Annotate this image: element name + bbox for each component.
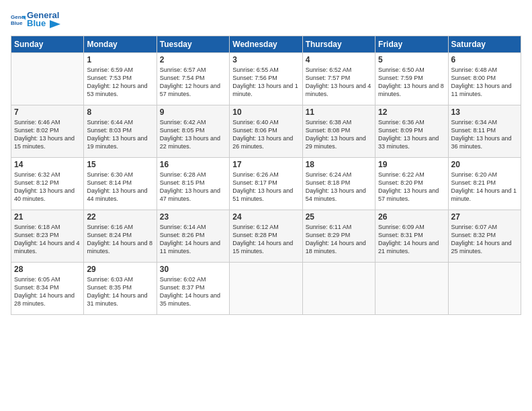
day-info: Sunrise: 6:36 AMSunset: 8:09 PMDaylight:… — [378, 118, 445, 151]
day-info: Sunrise: 6:55 AMSunset: 7:56 PMDaylight:… — [232, 66, 299, 99]
calendar-cell — [448, 262, 521, 314]
logo-flag-icon — [50, 20, 60, 28]
day-info: Sunrise: 6:20 AMSunset: 8:21 PMDaylight:… — [451, 171, 518, 203]
calendar-cell: 28Sunrise: 6:05 AMSunset: 8:34 PMDayligh… — [11, 262, 84, 314]
day-info: Sunrise: 6:18 AMSunset: 8:23 PMDaylight:… — [14, 223, 81, 256]
calendar-week-2: 7Sunrise: 6:46 AMSunset: 8:02 PMDaylight… — [11, 105, 521, 157]
day-header-monday: Monday — [84, 36, 157, 52]
day-number: 11 — [306, 107, 372, 117]
day-info: Sunrise: 6:40 AMSunset: 8:06 PMDaylight:… — [232, 118, 299, 151]
day-info: Sunrise: 6:30 AMSunset: 8:14 PMDaylight:… — [87, 171, 153, 203]
day-number: 25 — [306, 212, 372, 222]
logo-icon: General Blue — [11, 12, 26, 27]
day-header-thursday: Thursday — [302, 36, 375, 52]
day-info: Sunrise: 6:05 AMSunset: 8:34 PMDaylight:… — [14, 275, 81, 308]
day-info: Sunrise: 6:28 AMSunset: 8:15 PMDaylight:… — [160, 171, 226, 203]
day-number: 26 — [378, 212, 445, 222]
calendar-header-row: SundayMondayTuesdayWednesdayThursdayFrid… — [11, 36, 521, 52]
calendar-cell: 26Sunrise: 6:09 AMSunset: 8:31 PMDayligh… — [375, 210, 448, 262]
calendar-cell: 6Sunrise: 6:48 AMSunset: 8:00 PMDaylight… — [448, 52, 521, 105]
calendar-cell: 4Sunrise: 6:52 AMSunset: 7:57 PMDaylight… — [302, 52, 375, 105]
day-number: 28 — [14, 265, 81, 274]
calendar-body: 1Sunrise: 6:59 AMSunset: 7:53 PMDaylight… — [11, 52, 521, 314]
calendar-cell: 17Sunrise: 6:26 AMSunset: 8:17 PMDayligh… — [230, 157, 302, 210]
day-number: 10 — [232, 107, 299, 117]
day-header-tuesday: Tuesday — [157, 36, 229, 52]
calendar-cell: 15Sunrise: 6:30 AMSunset: 8:14 PMDayligh… — [84, 157, 157, 210]
day-info: Sunrise: 6:02 AMSunset: 8:37 PMDaylight:… — [160, 275, 226, 308]
day-info: Sunrise: 6:46 AMSunset: 8:02 PMDaylight:… — [14, 118, 81, 151]
calendar-week-4: 21Sunrise: 6:18 AMSunset: 8:23 PMDayligh… — [11, 210, 521, 262]
day-info: Sunrise: 6:09 AMSunset: 8:31 PMDaylight:… — [378, 223, 445, 256]
svg-marker-3 — [50, 20, 60, 28]
calendar-cell: 25Sunrise: 6:11 AMSunset: 8:29 PMDayligh… — [302, 210, 375, 262]
day-number: 27 — [451, 212, 518, 222]
day-number: 30 — [160, 265, 226, 274]
day-number: 7 — [14, 107, 81, 117]
calendar-cell: 30Sunrise: 6:02 AMSunset: 8:37 PMDayligh… — [157, 262, 229, 314]
day-info: Sunrise: 6:50 AMSunset: 7:59 PMDaylight:… — [378, 66, 445, 99]
day-number: 22 — [87, 212, 153, 222]
day-info: Sunrise: 6:57 AMSunset: 7:54 PMDaylight:… — [160, 66, 226, 99]
calendar-cell: 19Sunrise: 6:22 AMSunset: 8:20 PMDayligh… — [375, 157, 448, 210]
day-info: Sunrise: 6:38 AMSunset: 8:08 PMDaylight:… — [306, 118, 372, 151]
day-number: 20 — [451, 160, 518, 169]
day-header-wednesday: Wednesday — [230, 36, 302, 52]
calendar-cell: 22Sunrise: 6:16 AMSunset: 8:24 PMDayligh… — [84, 210, 157, 262]
day-number: 1 — [87, 55, 153, 64]
day-number: 4 — [306, 55, 372, 64]
day-number: 13 — [451, 107, 518, 117]
calendar-week-3: 14Sunrise: 6:32 AMSunset: 8:12 PMDayligh… — [11, 157, 521, 210]
calendar-cell — [11, 52, 84, 105]
calendar-cell: 9Sunrise: 6:42 AMSunset: 8:05 PMDaylight… — [157, 105, 229, 157]
day-number: 6 — [451, 55, 518, 64]
calendar-week-5: 28Sunrise: 6:05 AMSunset: 8:34 PMDayligh… — [11, 262, 521, 314]
calendar-cell: 14Sunrise: 6:32 AMSunset: 8:12 PMDayligh… — [11, 157, 84, 210]
day-number: 19 — [378, 160, 445, 169]
day-number: 5 — [378, 55, 445, 64]
day-number: 29 — [87, 265, 153, 274]
calendar-cell: 27Sunrise: 6:07 AMSunset: 8:32 PMDayligh… — [448, 210, 521, 262]
calendar-cell: 18Sunrise: 6:24 AMSunset: 8:18 PMDayligh… — [302, 157, 375, 210]
day-header-sunday: Sunday — [11, 36, 84, 52]
page: General Blue General Blue SundayMondayTu… — [0, 0, 532, 411]
calendar-cell: 8Sunrise: 6:44 AMSunset: 8:03 PMDaylight… — [84, 105, 157, 157]
logo-blue: Blue — [27, 19, 60, 28]
calendar-cell — [302, 262, 375, 314]
calendar-cell: 7Sunrise: 6:46 AMSunset: 8:02 PMDaylight… — [11, 105, 84, 157]
calendar-cell: 12Sunrise: 6:36 AMSunset: 8:09 PMDayligh… — [375, 105, 448, 157]
day-number: 8 — [87, 107, 153, 117]
calendar-week-1: 1Sunrise: 6:59 AMSunset: 7:53 PMDaylight… — [11, 52, 521, 105]
day-info: Sunrise: 6:48 AMSunset: 8:00 PMDaylight:… — [451, 66, 518, 99]
calendar-cell: 3Sunrise: 6:55 AMSunset: 7:56 PMDaylight… — [230, 52, 302, 105]
day-number: 15 — [87, 160, 153, 169]
calendar-cell: 2Sunrise: 6:57 AMSunset: 7:54 PMDaylight… — [157, 52, 229, 105]
logo: General Blue General Blue — [11, 11, 60, 29]
calendar-cell: 21Sunrise: 6:18 AMSunset: 8:23 PMDayligh… — [11, 210, 84, 262]
calendar-cell — [230, 262, 302, 314]
calendar-cell — [375, 262, 448, 314]
day-number: 14 — [14, 160, 81, 169]
day-info: Sunrise: 6:11 AMSunset: 8:29 PMDaylight:… — [306, 223, 372, 256]
day-number: 24 — [232, 212, 299, 222]
day-info: Sunrise: 6:12 AMSunset: 8:28 PMDaylight:… — [232, 223, 299, 256]
calendar-cell: 10Sunrise: 6:40 AMSunset: 8:06 PMDayligh… — [230, 105, 302, 157]
day-info: Sunrise: 6:32 AMSunset: 8:12 PMDaylight:… — [14, 171, 81, 203]
day-info: Sunrise: 6:44 AMSunset: 8:03 PMDaylight:… — [87, 118, 153, 151]
day-number: 2 — [160, 55, 226, 64]
day-header-saturday: Saturday — [448, 36, 521, 52]
day-info: Sunrise: 6:22 AMSunset: 8:20 PMDaylight:… — [378, 171, 445, 203]
day-info: Sunrise: 6:34 AMSunset: 8:11 PMDaylight:… — [451, 118, 518, 151]
svg-text:Blue: Blue — [11, 20, 23, 26]
calendar-table: SundayMondayTuesdayWednesdayThursdayFrid… — [11, 36, 521, 315]
calendar-cell: 1Sunrise: 6:59 AMSunset: 7:53 PMDaylight… — [84, 52, 157, 105]
day-number: 3 — [232, 55, 299, 64]
day-number: 21 — [14, 212, 81, 222]
day-info: Sunrise: 6:16 AMSunset: 8:24 PMDaylight:… — [87, 223, 153, 256]
day-header-friday: Friday — [375, 36, 448, 52]
header: General Blue General Blue — [11, 11, 521, 29]
day-number: 17 — [232, 160, 299, 169]
day-info: Sunrise: 6:14 AMSunset: 8:26 PMDaylight:… — [160, 223, 226, 256]
calendar-cell: 13Sunrise: 6:34 AMSunset: 8:11 PMDayligh… — [448, 105, 521, 157]
day-info: Sunrise: 6:03 AMSunset: 8:35 PMDaylight:… — [87, 275, 153, 308]
